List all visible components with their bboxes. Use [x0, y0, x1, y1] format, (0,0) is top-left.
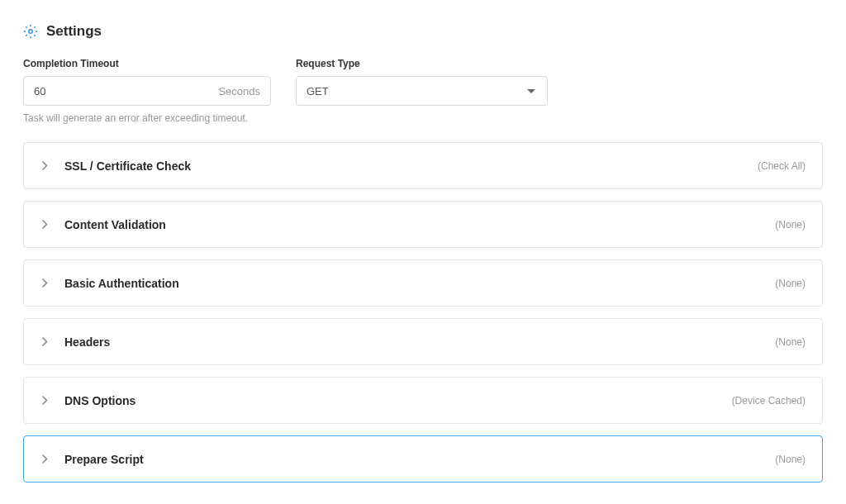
page-title: Settings: [46, 23, 102, 40]
request-type-select[interactable]: GET: [296, 76, 548, 106]
completion-timeout-label: Completion Timeout: [23, 58, 271, 69]
chevron-right-icon: [42, 337, 48, 346]
chevron-right-icon: [42, 454, 48, 464]
accordion-status: (Check All): [758, 160, 806, 172]
accordion: SSL / Certificate Check(Check All)Conten…: [23, 142, 823, 483]
accordion-title: Prepare Script: [64, 453, 775, 466]
chevron-right-icon: [42, 220, 48, 229]
completion-timeout-group: Completion Timeout Seconds: [23, 58, 271, 106]
header: Settings: [23, 23, 823, 40]
chevron-right-icon: [42, 278, 48, 288]
completion-timeout-input-wrapper[interactable]: Seconds: [23, 76, 271, 106]
accordion-item-prepare-script[interactable]: Prepare Script(None): [23, 435, 823, 483]
accordion-item-basic-authentication[interactable]: Basic Authentication(None): [23, 259, 823, 307]
request-type-value: GET: [307, 85, 527, 97]
svg-point-0: [29, 30, 33, 34]
accordion-status: (None): [775, 336, 806, 348]
completion-timeout-input[interactable]: [24, 77, 270, 105]
chevron-right-icon: [42, 161, 48, 170]
accordion-title: SSL / Certificate Check: [64, 159, 758, 173]
gear-icon: [23, 24, 38, 39]
accordion-status: (None): [775, 454, 806, 465]
caret-down-icon: [527, 89, 535, 93]
request-type-label: Request Type: [296, 58, 548, 69]
chevron-right-icon: [42, 396, 48, 405]
accordion-title: Basic Authentication: [64, 277, 775, 290]
accordion-status: (Device Cached): [732, 395, 806, 407]
request-type-group: Request Type GET: [296, 58, 548, 106]
completion-timeout-helper: Task will generate an error after exceed…: [23, 112, 823, 124]
accordion-item-headers[interactable]: Headers(None): [23, 318, 823, 365]
accordion-item-content-validation[interactable]: Content Validation(None): [23, 201, 823, 248]
accordion-item-ssl-certificate-check[interactable]: SSL / Certificate Check(Check All): [23, 142, 823, 189]
accordion-title: Headers: [64, 335, 775, 349]
accordion-status: (None): [775, 219, 806, 231]
accordion-title: Content Validation: [64, 218, 775, 231]
accordion-title: DNS Options: [64, 394, 732, 407]
accordion-status: (None): [775, 278, 806, 289]
accordion-item-dns-options[interactable]: DNS Options(Device Cached): [23, 377, 823, 424]
